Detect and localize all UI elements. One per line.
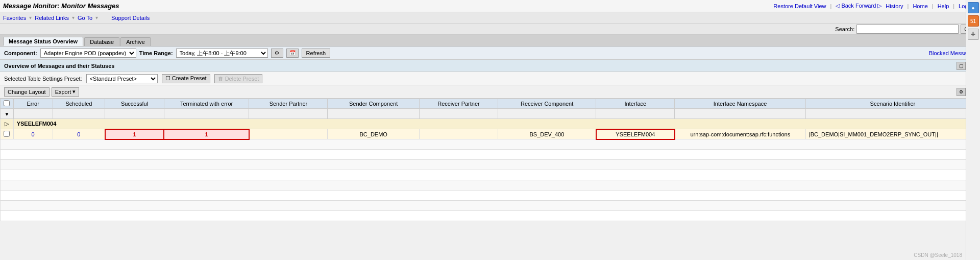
create-preset-icon: ☐: [165, 75, 170, 81]
timerange-select[interactable]: Today, 上午8:00 - 上午9:00: [176, 49, 268, 58]
cell-sender-partner: [249, 129, 328, 139]
col-header-interface-namespace[interactable]: Interface Namespace: [675, 99, 806, 109]
cell-receiver-component: BS_DEV_400: [498, 129, 596, 139]
col-header-receiver-component[interactable]: Receiver Component: [498, 99, 596, 109]
sep2: |: [908, 3, 909, 9]
tabs-bar: Message Status Overview Database Archive: [0, 35, 980, 46]
filter-successful: [105, 109, 164, 119]
col-header-checkbox: [1, 99, 14, 109]
table-empty-row-4: [1, 170, 980, 180]
nav-sep3: ▾: [95, 15, 98, 20]
table-settings-button[interactable]: ⚙: [957, 88, 966, 96]
col-header-scheduled[interactable]: Scheduled: [53, 99, 105, 109]
overview-bar: Overview of Messages and their Statuses …: [0, 60, 980, 72]
nav-sep2: ▾: [72, 15, 75, 20]
sep1: |: [830, 3, 831, 9]
filter-terminated: [164, 109, 249, 119]
nav-sep1: ▾: [29, 15, 32, 20]
messages-table: Error Scheduled Successful Terminated wi…: [0, 99, 980, 221]
cell-scheduled[interactable]: 0: [53, 129, 105, 139]
timerange-settings-button[interactable]: ⚙: [271, 49, 283, 58]
col-header-receiver-partner[interactable]: Receiver Partner: [420, 99, 498, 109]
cell-terminated[interactable]: 1: [164, 129, 249, 139]
top-bar-actions: Restore Default View | ◁ Back Forward ▷ …: [773, 3, 977, 9]
component-select[interactable]: Adapter Engine POD (poappdev): [40, 49, 136, 58]
favorites-link[interactable]: Favorites: [3, 15, 26, 21]
group-expand-icon: ▷: [5, 121, 9, 127]
overview-maximize-button[interactable]: ▢: [957, 62, 966, 70]
right-sidebar: ● 51 +: [966, 0, 980, 260]
sidebar-icon-alerts[interactable]: 51: [968, 15, 979, 27]
preset-select[interactable]: <Standard Preset>: [86, 74, 158, 83]
successful-link[interactable]: 1: [133, 131, 136, 137]
table-empty-row-2: [1, 150, 980, 160]
change-layout-button[interactable]: Change Layout: [4, 87, 50, 97]
col-header-sender-component[interactable]: Sender Component: [328, 99, 420, 109]
group-expand-cell: ▷: [1, 119, 14, 129]
refresh-button[interactable]: Refresh: [302, 49, 331, 58]
cell-scenario: |BC_DEMO|SI_MM001_DEMO2ERP_SYNC_OUT||: [805, 129, 979, 139]
col-header-scenario[interactable]: Scenario Identifier: [805, 99, 979, 109]
col-header-sender-partner[interactable]: Sender Partner: [249, 99, 328, 109]
cell-receiver-partner: [420, 129, 498, 139]
terminated-link[interactable]: 1: [205, 131, 208, 137]
col-header-error[interactable]: Error: [13, 99, 53, 109]
back-forward-link[interactable]: ◁ Back Forward ▷: [836, 3, 881, 9]
go-to-link[interactable]: Go To: [78, 15, 92, 21]
filter-scheduled: [53, 109, 105, 119]
history-link[interactable]: History: [886, 3, 903, 9]
group-label-cell: YSEELEFM004: [13, 119, 979, 129]
cell-error[interactable]: 0: [13, 129, 53, 139]
filter-icon: ▼: [4, 111, 9, 117]
select-all-checkbox[interactable]: [4, 100, 10, 106]
row-checkbox-cell: [1, 129, 14, 139]
back-icon: ◁: [836, 3, 840, 9]
col-header-successful[interactable]: Successful: [105, 99, 164, 109]
col-header-interface[interactable]: Interface: [596, 99, 675, 109]
sep4: |: [953, 3, 954, 9]
col-header-terminated[interactable]: Terminated with error: [164, 99, 249, 109]
timerange-label: Time Range:: [139, 50, 173, 56]
table-empty-row-1: [1, 139, 980, 150]
help-link[interactable]: Help: [938, 3, 949, 9]
filter-scenario: [805, 109, 979, 119]
support-details-link[interactable]: Support Details: [111, 15, 150, 21]
home-link[interactable]: Home: [913, 3, 927, 9]
app-title: Message Monitor: Monitor Messages: [3, 2, 119, 10]
sidebar-icon-notifications[interactable]: ●: [968, 2, 979, 13]
preset-label: Selected Table Settings Preset:: [4, 76, 82, 82]
cell-successful[interactable]: 1: [105, 129, 164, 139]
sep3: |: [932, 3, 934, 9]
table-row-group-header: ▷ YSEELEFM004: [1, 119, 980, 129]
table-empty-row-7: [1, 201, 980, 211]
watermark: CSDN @Seele_1018: [914, 252, 962, 258]
tab-database[interactable]: Database: [84, 37, 119, 46]
delete-preset-button[interactable]: 🗑 Delete Preset: [214, 74, 263, 83]
related-links-link[interactable]: Related Links: [35, 15, 69, 21]
table-empty-row-6: [1, 191, 980, 201]
delete-preset-icon: 🗑: [218, 76, 224, 82]
row-checkbox[interactable]: [4, 131, 10, 137]
forward-icon: ▷: [877, 3, 881, 9]
filter-receiver-component: [498, 109, 596, 119]
filter-interface: [596, 109, 675, 119]
filter-error: [13, 109, 53, 119]
scheduled-link[interactable]: 0: [77, 131, 80, 137]
toolbar: Change Layout Export ▾ ⚙ ≡: [0, 85, 980, 99]
cell-interface: YSEELEFM004: [596, 129, 675, 139]
table-container: Error Scheduled Successful Terminated wi…: [0, 99, 980, 221]
search-input[interactable]: [856, 25, 959, 34]
restore-default-view-link[interactable]: Restore Default View: [773, 3, 826, 9]
export-button[interactable]: Export ▾: [52, 87, 80, 97]
error-link[interactable]: 0: [32, 131, 35, 137]
create-preset-button[interactable]: ☐ Create Preset: [162, 74, 210, 83]
cell-sender-component: BC_DEMO: [328, 129, 420, 139]
table-row: 0 0 1 1 BC_DEMO BS_DEV_400 YSEELEFM004 u…: [1, 129, 980, 139]
filter-sender-partner: [249, 109, 328, 119]
tab-message-status-overview[interactable]: Message Status Overview: [3, 37, 83, 46]
tab-archive[interactable]: Archive: [120, 37, 151, 46]
component-bar-left: Component: Adapter Engine POD (poappdev)…: [4, 49, 330, 58]
sidebar-icon-add[interactable]: +: [968, 29, 979, 40]
timerange-calendar-button[interactable]: 📅: [286, 49, 299, 58]
preset-bar: Selected Table Settings Preset: <Standar…: [0, 72, 980, 85]
